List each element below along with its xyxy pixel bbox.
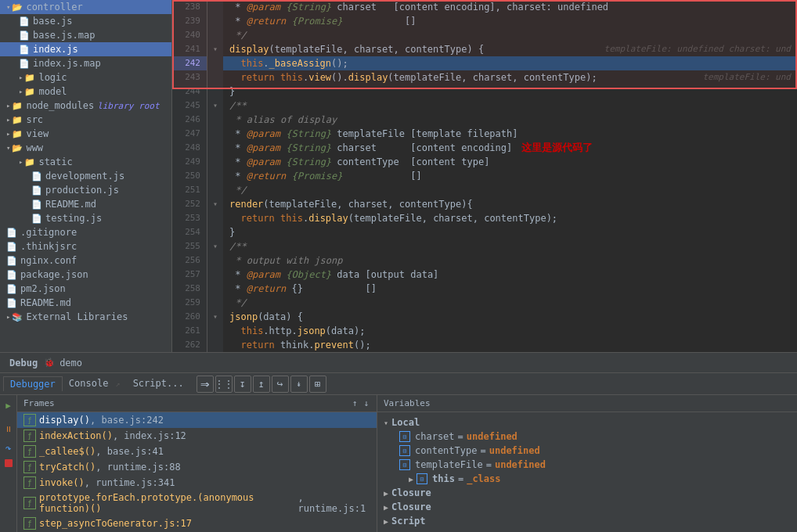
fold-icon[interactable]: ▾ (213, 42, 218, 56)
frames-btn[interactable]: ⋮⋮ (215, 376, 233, 393)
line-number: 253 (172, 211, 207, 225)
debug-icon[interactable]: 🐞 (44, 358, 55, 368)
sidebar-item-README.md[interactable]: 📄 README.md (0, 197, 171, 211)
sidebar-item-src[interactable]: ▸📁 src (0, 113, 171, 127)
fold-icon[interactable]: ▾ (213, 310, 218, 324)
frame-item[interactable]: ƒtryCatch(), runtime.js:88 (17, 459, 377, 475)
sidebar-item-label: src (26, 114, 43, 125)
line-content: render(templateFile, charset, contentTyp… (223, 197, 797, 211)
var-section-local[interactable]: ▾Local (377, 415, 797, 430)
sidebar-item-testing.js[interactable]: 📄 testing.js (0, 211, 171, 225)
frames-arrows: ↑ ↓ (351, 398, 370, 408)
line-number: 251 (172, 183, 207, 197)
sidebar-item-www[interactable]: ▾📂 www (0, 141, 171, 155)
sidebar-item-README2.md[interactable]: 📄 README.md (0, 296, 171, 310)
frames-list: ƒdisplay(), base.js:242ƒindexAction(), i… (17, 412, 377, 532)
run-cursor-btn[interactable]: ↪ (272, 376, 289, 393)
fold-icon[interactable]: ▾ (213, 239, 218, 253)
file-icon: 📄 (6, 284, 17, 294)
step-btn[interactable]: ⇒ (197, 376, 214, 393)
code-line-240: 240 */ (172, 28, 797, 42)
debug-section: Debug 🐞 demo Debugger Console ↗ Script..… (0, 352, 797, 532)
line-number: 249 (172, 155, 207, 169)
frames-label: Frames (23, 398, 55, 408)
frames-panel: Frames ↑ ↓ ƒdisplay(), base.js:242ƒindex… (17, 395, 377, 532)
line-number: 260 (172, 310, 207, 324)
tab-debugger[interactable]: Debugger (3, 376, 63, 391)
console-pin-icon: ↗ (116, 379, 121, 388)
file-icon: 📄 (6, 298, 17, 308)
sidebar-item-model[interactable]: ▸📁 model (0, 84, 171, 99)
tab-console[interactable]: Console ↗ (63, 376, 127, 392)
debugger-toolbar-row: Debugger Console ↗ Script... ⇒ ⋮⋮ ↧ (0, 373, 797, 395)
step-into-btn[interactable]: ↧ (234, 376, 251, 393)
sidebar-item-pm2.json[interactable]: 📄 pm2.json (0, 282, 171, 296)
sidebar-item-index.js[interactable]: 📄 index.js (0, 42, 171, 56)
sidebar-item-view[interactable]: ▸📁 view (0, 127, 171, 141)
frame-item[interactable]: ƒprototype.forEach.prototype.(anonymous … (17, 491, 377, 516)
fold-icon[interactable]: ▾ (213, 99, 218, 113)
line-number: 254 (172, 225, 207, 239)
var-this-item[interactable]: ▶ ⊟ this = _class (377, 472, 797, 486)
sidebar-item-package.json[interactable]: 📄 package.json (0, 268, 171, 282)
sidebar-item-development.js[interactable]: 📄 development.js (0, 169, 171, 183)
sidebar-item-.gitignore[interactable]: 📄 .gitignore (0, 225, 171, 239)
code-line-254: 254} (172, 225, 797, 239)
var-section-closure[interactable]: ▶Closure (377, 486, 797, 500)
sidebar-item-index.js.map[interactable]: 📄 index.js.map (0, 56, 171, 70)
line-content: * @param {String} contentType [content t… (223, 155, 797, 169)
fold-icon[interactable]: ▾ (213, 197, 218, 211)
sidebar-item-.thinkjsrc[interactable]: 📄 .thinkjsrc (0, 239, 171, 253)
line-content: */ (223, 183, 797, 197)
var-item-templateFile: ⊟templateFile = undefined (377, 458, 797, 472)
line-number: 240 (172, 28, 207, 42)
frame-item[interactable]: ƒindexAction(), index.js:12 (17, 428, 377, 444)
line-content: * alias of display (223, 113, 797, 127)
folder-icon: 📚 (12, 312, 23, 322)
folder-icon: 📁 (12, 129, 23, 139)
frame-item[interactable]: ƒstep_asyncToGenerator.js:17 (17, 516, 377, 531)
line-number: 259 (172, 296, 207, 310)
evaluate-btn[interactable]: ⊞ (309, 376, 326, 393)
tab-scripts[interactable]: Script... (127, 376, 190, 392)
debug-controls: ▶ ⏸ ↷ ■ (0, 395, 17, 532)
frame-item[interactable]: ƒinvoke(), runtime.js:341 (17, 475, 377, 491)
frame-item[interactable]: ƒ_callee$(), base.js:41 (17, 444, 377, 459)
frames-down-arrow[interactable]: ↓ (362, 398, 370, 408)
step-out-btn[interactable]: ↥ (253, 376, 270, 393)
line-content: jsonp(data) { (223, 310, 797, 324)
var-section-closure[interactable]: ▶Closure (377, 500, 797, 514)
sidebar-item-external_libs[interactable]: ▸📚 External Libraries (0, 310, 171, 324)
resume-btn[interactable]: ▶ (2, 398, 16, 412)
step-over-ctrl[interactable]: ↷ (2, 440, 16, 455)
stop-btn[interactable]: ■ (5, 459, 13, 467)
file-icon: 📄 (6, 228, 17, 238)
sidebar-item-label: .gitignore (20, 227, 77, 238)
frame-icon: ƒ (23, 430, 36, 442)
line-number: 241 (172, 42, 207, 56)
frame-item[interactable]: ƒdisplay(), base.js:242 (17, 412, 377, 428)
frames-up-arrow[interactable]: ↑ (351, 398, 359, 408)
sidebar-item-static[interactable]: ▸📁 static (0, 155, 171, 169)
pause-btn[interactable]: ⏸ (2, 422, 16, 436)
var-section-script[interactable]: ▶Script (377, 514, 797, 528)
sidebar-item-nginx.conf[interactable]: 📄 nginx.conf (0, 253, 171, 268)
file-icon: 📄 (19, 59, 30, 69)
line-number: 246 (172, 113, 207, 127)
sidebar-item-production.js[interactable]: 📄 production.js (0, 183, 171, 197)
sidebar-item-node_modules[interactable]: ▸📁 node_moduleslibrary root (0, 99, 171, 113)
sidebar-item-logic[interactable]: ▸📁 logic (0, 70, 171, 84)
zh-annotation: 这里是源代码了 (521, 142, 593, 153)
file-icon: 📄 (19, 45, 30, 55)
force-step-btn[interactable]: ↡ (290, 376, 308, 393)
sidebar-item-controller[interactable]: ▾📂 controller (0, 0, 171, 14)
code-line-251: 251 */ (172, 183, 797, 197)
sidebar-item-label: model (38, 86, 67, 97)
file-icon: 📄 (31, 171, 42, 182)
code-line-244: 244} (172, 84, 797, 99)
file-icon: 📄 (31, 214, 42, 224)
sidebar-item-base.js[interactable]: 📄 base.js (0, 14, 171, 28)
sidebar-item-base.js.map[interactable]: 📄 base.js.map (0, 28, 171, 42)
code-line-250: 250 * @return {Promise} [] (172, 169, 797, 183)
sidebar-item-label: base.js.map (33, 30, 95, 41)
